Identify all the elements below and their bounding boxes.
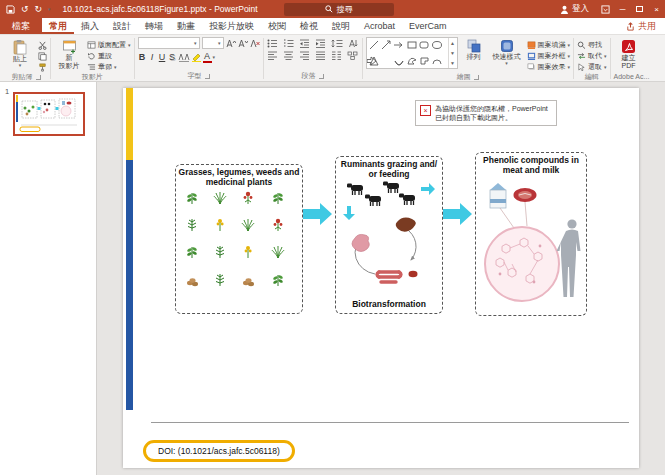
figure-box-ruminants[interactable]: Ruminants grazing and/ or feeding <box>335 156 443 314</box>
font-size-combobox[interactable]: ▾ <box>202 37 224 49</box>
clipboard-dialog-launcher[interactable] <box>36 75 41 80</box>
cut-button[interactable] <box>38 40 47 50</box>
underline-button[interactable]: U <box>158 52 167 62</box>
tab-help[interactable]: 說明 <box>325 18 357 34</box>
font-dialog-launcher[interactable] <box>205 74 210 79</box>
font-name-combobox[interactable]: ▾ <box>138 37 200 49</box>
tab-view[interactable]: 檢視 <box>293 18 325 34</box>
smartart-convert-icon[interactable] <box>347 51 358 60</box>
shape-effects-button[interactable]: 圖案效果 ▾ <box>527 62 571 72</box>
search-box[interactable]: 搜尋 <box>284 3 394 16</box>
figure-box-products[interactable]: Phenolic compounds in meat and milk <box>475 152 587 316</box>
find-label: 尋找 <box>588 40 602 50</box>
slide-footer-line <box>151 422 629 423</box>
replace-button[interactable]: 取代 ▾ <box>577 51 607 61</box>
blocked-picture-notification[interactable]: × 為協助保護您的隱私權，PowerPoint 已封鎖自動下載此圖片。 <box>415 100 557 126</box>
increase-indent-icon[interactable] <box>315 39 326 48</box>
minimize-button[interactable]: ─ <box>614 0 631 18</box>
figure-image[interactable]: Grasses, legumes, weeds and medicinal pl… <box>175 150 587 322</box>
tab-acrobat[interactable]: Acrobat <box>357 18 402 34</box>
tab-review[interactable]: 校閱 <box>261 18 293 34</box>
slide[interactable]: Grasses, legumes, weeds and medicinal pl… <box>123 88 639 468</box>
share-button[interactable]: 共用 <box>617 18 665 34</box>
shape-effects-label: 圖案效果 <box>538 62 566 72</box>
select-button[interactable]: 選取 ▾ <box>577 62 607 72</box>
sign-in-button[interactable]: 登入 <box>552 0 597 18</box>
figure-box-plants[interactable]: Grasses, legumes, weeds and medicinal pl… <box>175 164 303 314</box>
text-direction-icon[interactable] <box>348 39 359 48</box>
slide-accent-bar-yellow[interactable] <box>126 88 133 160</box>
drawing-dialog-launcher[interactable] <box>474 75 479 80</box>
shape-fill-icon <box>527 41 536 49</box>
close-button[interactable]: × <box>648 0 665 18</box>
paragraph-dialog-launcher[interactable] <box>319 74 324 79</box>
reset-button[interactable]: 重設 <box>87 51 131 61</box>
shapes-gallery[interactable]: ▲ ▼ ▼ <box>366 37 458 69</box>
font-color-button[interactable]: A <box>203 51 212 63</box>
arrange-button[interactable]: 排列 <box>461 37 487 61</box>
line-spacing-icon[interactable] <box>331 39 343 48</box>
section-label: 章節 <box>98 62 112 72</box>
align-left-icon[interactable] <box>267 51 278 60</box>
maximize-button[interactable] <box>631 0 648 18</box>
format-painter-button[interactable] <box>38 62 47 72</box>
copy-button[interactable] <box>38 51 47 61</box>
shape-outline-button[interactable]: 圖案外框 ▾ <box>527 51 571 61</box>
shape-fill-button[interactable]: 圖案填滿 ▾ <box>527 40 571 50</box>
align-center-icon[interactable] <box>283 51 294 60</box>
clear-formatting-icon[interactable] <box>250 39 260 48</box>
numbering-icon[interactable] <box>283 39 294 48</box>
tab-transitions[interactable]: 轉場 <box>138 18 170 34</box>
ribbon-group-clipboard: 貼上 ▾ 剪貼簿 <box>2 36 50 81</box>
redo-button[interactable]: ↻ <box>35 5 43 14</box>
character-spacing-icon[interactable] <box>178 53 190 62</box>
decrease-font-size-icon[interactable] <box>238 39 248 48</box>
blocked-picture-icon: × <box>420 105 431 116</box>
slide-canvas[interactable]: Grasses, legumes, weeds and medicinal pl… <box>97 82 665 475</box>
section-icon <box>87 63 96 71</box>
tab-slideshow[interactable]: 投影片放映 <box>202 18 261 34</box>
doi-text-highlighted[interactable]: DOI: (10.1021/acs.jafc.5c06118) <box>143 440 295 462</box>
tab-insert[interactable]: 插入 <box>74 18 106 34</box>
section-button[interactable]: 章節 ▾ <box>87 62 131 72</box>
biotransformation-label: Biotransformation <box>352 299 426 310</box>
create-pdf-button[interactable]: 建立 PDF <box>614 37 644 71</box>
find-button[interactable]: 尋找 <box>577 40 607 50</box>
increase-font-size-icon[interactable] <box>226 39 236 48</box>
align-right-icon[interactable] <box>299 51 310 60</box>
tab-file[interactable]: 檔案 <box>0 18 42 34</box>
columns-icon[interactable] <box>331 51 342 60</box>
slide-accent-bar-blue[interactable] <box>126 160 133 410</box>
slide-thumbnail-panel: 1 <box>0 82 97 475</box>
shapes-gallery-scrollbar[interactable]: ▲ ▼ ▼ <box>448 38 457 68</box>
justify-icon[interactable] <box>315 51 326 60</box>
tab-animations[interactable]: 動畫 <box>170 18 202 34</box>
new-slide-button[interactable]: 新 投影片 <box>54 37 84 71</box>
bullets-icon[interactable] <box>267 39 278 48</box>
maximize-icon <box>636 6 643 12</box>
ribbon-display-options-button[interactable] <box>597 0 614 18</box>
layout-button[interactable]: 版面配置 ▾ <box>87 40 131 50</box>
slide-thumbnail[interactable] <box>13 92 85 136</box>
italic-button[interactable]: I <box>148 52 157 62</box>
quick-styles-button[interactable]: 快速樣式 ▾ <box>490 37 524 66</box>
slides-small-buttons: 版面配置 ▾ 重設 章節 ▾ <box>87 37 131 72</box>
bold-button[interactable]: B <box>138 52 147 62</box>
shape-outline-icon <box>527 52 536 60</box>
tab-design[interactable]: 設計 <box>106 18 138 34</box>
drawing-group-label: 繪圖 <box>366 72 571 82</box>
undo-button[interactable]: ↺ <box>21 5 29 14</box>
highlight-color-icon[interactable] <box>191 53 202 62</box>
save-button[interactable] <box>6 5 15 14</box>
create-pdf-icon <box>621 39 636 54</box>
tab-home[interactable]: 常用 <box>42 18 74 34</box>
workspace: 1 <box>0 82 665 475</box>
paste-button[interactable]: 貼上 ▾ <box>5 37 35 68</box>
share-icon <box>626 22 635 31</box>
layout-caret-icon: ▾ <box>128 43 131 48</box>
slides-body: 新 投影片 版面配置 ▾ 重設 章節 <box>54 37 131 72</box>
decrease-indent-icon[interactable] <box>299 39 310 48</box>
tab-evercam[interactable]: EverCam <box>402 18 454 34</box>
qat-customize-caret-icon[interactable]: ▾ <box>48 7 51 12</box>
text-shadow-button[interactable]: S <box>168 52 177 62</box>
